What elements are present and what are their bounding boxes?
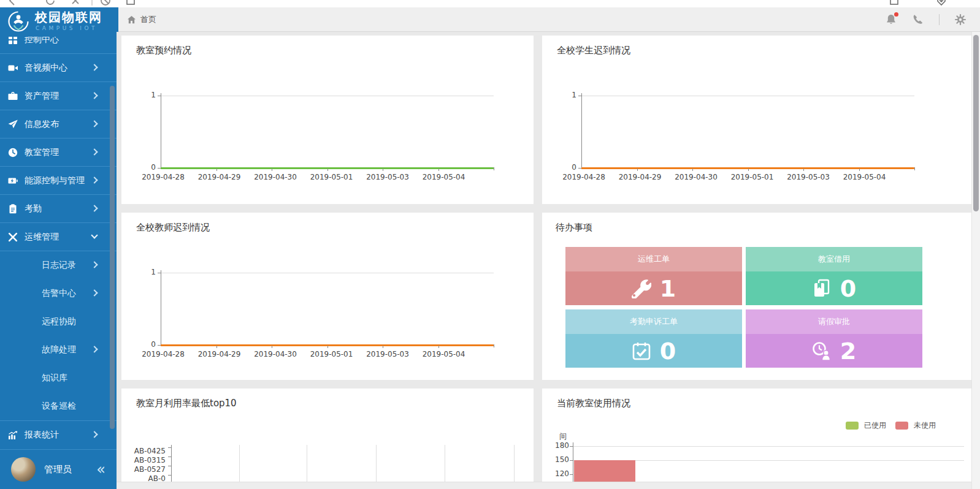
tab-home-label: 首页 bbox=[140, 14, 156, 25]
home-icon bbox=[127, 15, 136, 25]
x-tick-label: 2019-05-01 bbox=[308, 350, 356, 359]
sidebar-menu: 控制中心音视频中心资产管理信息发布教室管理能源控制与管理考勤运维管理日志记录告警… bbox=[0, 26, 117, 449]
sidebar-item-资产管理[interactable]: 资产管理 bbox=[0, 82, 117, 110]
sidebar-item-运维管理[interactable]: 运维管理 bbox=[0, 223, 117, 251]
x-tick bbox=[272, 346, 272, 348]
y-axis-unit: 间 bbox=[559, 431, 574, 440]
x-tick bbox=[494, 344, 494, 347]
notification-badge bbox=[894, 12, 898, 17]
legend[interactable]: 已使用未使用 bbox=[846, 420, 940, 431]
y-tick bbox=[158, 273, 161, 273]
sidebar-scrollbar-thumb[interactable] bbox=[110, 86, 115, 429]
todo-card-教室借用[interactable]: 教室借用0 bbox=[746, 247, 922, 305]
y-tick-label: 0 bbox=[142, 163, 156, 172]
chevron-right-icon bbox=[91, 346, 98, 352]
settings-button[interactable] bbox=[954, 13, 967, 26]
sidebar-item-信息发布[interactable]: 信息发布 bbox=[0, 110, 117, 138]
book-icon bbox=[812, 279, 832, 298]
x-tick-label: 2019-05-04 bbox=[841, 173, 889, 182]
panel-teacher-late: 全校教师迟到情况 102019-04-282019-04-292019-04-3… bbox=[121, 213, 534, 380]
panel-title: 待办事项 bbox=[556, 222, 592, 233]
phone-button[interactable] bbox=[912, 13, 924, 26]
todo-card-运维工单[interactable]: 运维工单1 bbox=[565, 247, 742, 305]
todo-card-header: 运维工单 bbox=[565, 247, 742, 271]
topbar: 首页 bbox=[117, 7, 980, 32]
todo-card-请假审批[interactable]: 请假审批2 bbox=[746, 309, 922, 368]
x-tick-label: 2019-05-03 bbox=[784, 173, 832, 182]
energy-icon bbox=[8, 176, 18, 186]
vertical-scrollbar-track bbox=[971, 32, 980, 489]
panel-title: 全校学生迟到情况 bbox=[557, 45, 630, 56]
vertical-scrollbar-thumb[interactable] bbox=[973, 35, 979, 211]
blocked-icon[interactable] bbox=[99, 0, 112, 7]
phone-icon bbox=[912, 13, 924, 26]
logo: 校园物联网 CAMPUS IOT bbox=[0, 7, 117, 37]
todo-card-label: 考勤申诉工单 bbox=[630, 316, 678, 327]
sidebar-collapse-button[interactable]: « bbox=[96, 463, 105, 476]
category-label: AB-0315 bbox=[121, 456, 166, 465]
panel-title: 教室预约情况 bbox=[136, 45, 191, 56]
sidebar-item-知识库[interactable]: 知识库 bbox=[0, 364, 117, 392]
window-icon[interactable] bbox=[888, 0, 900, 7]
y-tick-label: 180 bbox=[542, 441, 569, 450]
x-tick-label: 2019-05-04 bbox=[420, 350, 468, 359]
y-tick-label: 120 bbox=[542, 469, 569, 479]
x-tick-label: 2019-05-03 bbox=[364, 173, 412, 182]
y-tick-label: 0 bbox=[563, 163, 576, 172]
todo-card-label: 教室借用 bbox=[818, 254, 850, 265]
sidebar-item-能源控制与管理[interactable]: 能源控制与管理 bbox=[0, 167, 117, 195]
panel-todo: 待办事项 运维工单1教室借用0考勤申诉工单0请假审批2 bbox=[542, 213, 971, 380]
tab-icon[interactable] bbox=[124, 0, 137, 7]
video-icon bbox=[8, 63, 18, 73]
back-icon[interactable] bbox=[6, 0, 18, 7]
y-tick-label: 1 bbox=[142, 91, 156, 99]
x-tick bbox=[383, 169, 383, 171]
clipboard-icon bbox=[8, 204, 18, 214]
close-icon[interactable] bbox=[69, 0, 82, 7]
avatar[interactable] bbox=[11, 457, 36, 482]
sidebar-item-label: 故障处理 bbox=[42, 344, 76, 355]
chevron-right-icon bbox=[91, 92, 98, 99]
x-tick bbox=[859, 169, 860, 171]
calendar-check-icon bbox=[632, 341, 651, 361]
notifications-button[interactable] bbox=[885, 13, 897, 26]
todo-card-label: 请假审批 bbox=[818, 316, 850, 327]
category-tick bbox=[168, 475, 171, 476]
sidebar-item-日志记录[interactable]: 日志记录 bbox=[0, 251, 117, 279]
todo-card-考勤申诉工单[interactable]: 考勤申诉工单0 bbox=[565, 309, 742, 368]
chevron-right-icon bbox=[91, 289, 98, 296]
sidebar: 控制中心音视频中心资产管理信息发布教室管理能源控制与管理考勤运维管理日志记录告警… bbox=[0, 7, 117, 489]
legend-swatch-已使用 bbox=[846, 422, 859, 430]
panel-title: 全校教师迟到情况 bbox=[136, 222, 210, 233]
sidebar-item-label: 信息发布 bbox=[25, 119, 59, 130]
refresh-icon[interactable] bbox=[44, 0, 56, 7]
briefcase-icon bbox=[8, 91, 18, 101]
download-shield-icon[interactable] bbox=[935, 0, 947, 7]
sidebar-item-考勤[interactable]: 考勤 bbox=[0, 195, 117, 223]
main-content: 教室预约情况 102019-04-282019-04-292019-04-302… bbox=[117, 32, 971, 489]
y-tick-label: 150 bbox=[542, 455, 569, 464]
send-icon bbox=[8, 119, 18, 129]
tab-home[interactable]: 首页 bbox=[127, 7, 156, 32]
sidebar-item-远程协助[interactable]: 远程协助 bbox=[0, 308, 117, 336]
todo-card-count: 0 bbox=[840, 277, 856, 300]
user-panel[interactable]: 管理员 « bbox=[0, 449, 117, 489]
y-axis bbox=[161, 270, 161, 346]
x-tick-label: 2019-04-29 bbox=[616, 173, 664, 182]
chevron-right-icon bbox=[91, 120, 98, 127]
sidebar-item-设备巡检[interactable]: 设备巡检 bbox=[0, 392, 117, 420]
topbar-actions bbox=[885, 7, 967, 32]
panel-current-usage: 当前教室使用情况 已使用未使用间180150120 bbox=[542, 389, 971, 489]
sidebar-item-报表统计[interactable]: 报表统计 bbox=[0, 420, 117, 449]
sidebar-item-教室管理[interactable]: 教室管理 bbox=[0, 138, 117, 167]
sidebar-item-label: 运维管理 bbox=[25, 232, 59, 243]
x-tick bbox=[914, 167, 915, 170]
gridline bbox=[581, 96, 914, 96]
sidebar-item-故障处理[interactable]: 故障处理 bbox=[0, 336, 117, 364]
topbar-accent bbox=[117, 7, 118, 32]
x-tick-label: 2019-04-29 bbox=[196, 173, 243, 182]
sidebar-item-音视频中心[interactable]: 音视频中心 bbox=[0, 54, 117, 82]
todo-card-body: 1 bbox=[565, 271, 742, 305]
sidebar-item-label: 日志记录 bbox=[42, 260, 76, 271]
sidebar-item-告警中心[interactable]: 告警中心 bbox=[0, 279, 117, 308]
